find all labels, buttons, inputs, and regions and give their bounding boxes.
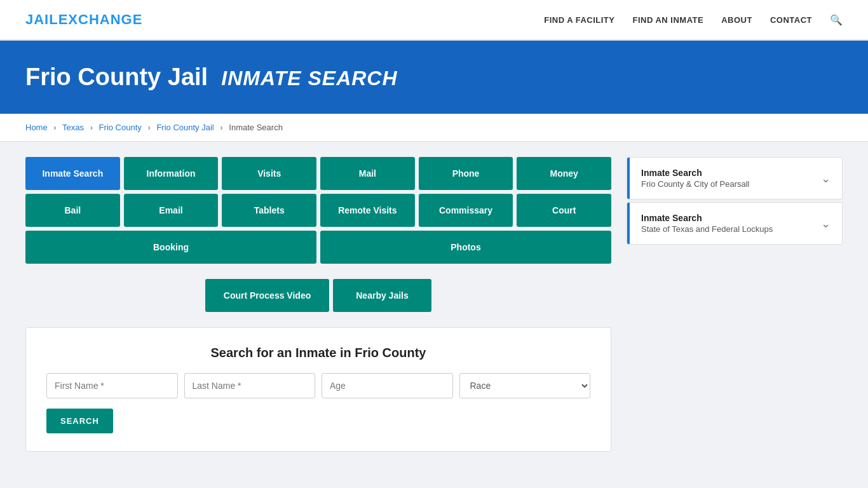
sidebar-card-frio-header[interactable]: Inmate Search Frio County & City of Pear…	[627, 158, 842, 199]
site-header: JAILEXCHANGE FIND A FACILITY FIND AN INM…	[0, 0, 868, 41]
logo-part2: EXCHANGE	[58, 11, 143, 27]
sidebar-card-texas: Inmate Search State of Texas and Federal…	[627, 202, 843, 245]
sidebar-card-frio-subtitle: Frio County & City of Pearsall	[641, 179, 750, 189]
search-fields: Race White Black Hispanic Asian Other	[46, 373, 590, 398]
nav-contact[interactable]: CONTACT	[770, 15, 812, 25]
search-title: Search for an Inmate in Frio County	[46, 346, 590, 360]
btn-tablets[interactable]: Tablets	[222, 194, 316, 227]
breadcrumb: Home › Texas › Frio County › Frio County…	[0, 114, 868, 142]
btn-bail[interactable]: Bail	[25, 194, 120, 227]
page-title-sub: INMATE SEARCH	[221, 67, 397, 90]
btn-email[interactable]: Email	[124, 194, 219, 227]
btn-inmate-search[interactable]: Inmate Search	[25, 157, 120, 190]
site-logo[interactable]: JAILEXCHANGE	[25, 11, 142, 28]
sidebar-card-frio-title: Inmate Search	[641, 168, 750, 178]
main-nav: FIND A FACILITY FIND AN INMATE ABOUT CON…	[544, 14, 843, 26]
page-title-main: Frio County Jail	[25, 64, 208, 90]
btn-booking[interactable]: Booking	[25, 231, 316, 264]
nav-find-inmate[interactable]: FIND AN INMATE	[632, 15, 703, 25]
btn-mail[interactable]: Mail	[320, 157, 415, 190]
sidebar-card-texas-title: Inmate Search	[641, 213, 773, 223]
btn-court[interactable]: Court	[517, 194, 611, 227]
search-box: Search for an Inmate in Frio County Race…	[25, 327, 611, 452]
chevron-down-icon-2: ⌄	[821, 217, 831, 231]
breadcrumb-frio-county-jail[interactable]: Frio County Jail	[156, 123, 214, 132]
left-column: Inmate Search Information Visits Mail Ph…	[25, 157, 611, 462]
page-title: Frio County Jail INMATE SEARCH	[25, 64, 843, 91]
search-icon[interactable]: 🔍	[830, 14, 843, 26]
logo-part1: JAIL	[25, 11, 58, 27]
btn-phone[interactable]: Phone	[419, 157, 513, 190]
right-sidebar: Inmate Search Frio County & City of Pear…	[627, 157, 843, 247]
first-name-input[interactable]	[46, 373, 178, 398]
btn-nearby-jails[interactable]: Nearby Jails	[333, 279, 431, 312]
breadcrumb-inmate-search: Inmate Search	[229, 123, 283, 132]
last-name-input[interactable]	[184, 373, 316, 398]
btn-visits[interactable]: Visits	[222, 157, 316, 190]
breadcrumb-texas[interactable]: Texas	[62, 123, 84, 132]
sidebar-card-texas-subtitle: State of Texas and Federal Lockups	[641, 224, 773, 234]
sidebar-card-frio: Inmate Search Frio County & City of Pear…	[627, 157, 843, 200]
nav-buttons-grid: Inmate Search Information Visits Mail Ph…	[25, 157, 611, 264]
race-select[interactable]: Race White Black Hispanic Asian Other	[459, 373, 591, 398]
breadcrumb-frio-county[interactable]: Frio County	[99, 123, 142, 132]
sidebar-card-texas-header[interactable]: Inmate Search State of Texas and Federal…	[627, 203, 842, 244]
btn-photos[interactable]: Photos	[320, 231, 611, 264]
hero-banner: Frio County Jail INMATE SEARCH	[0, 41, 868, 114]
btn-information[interactable]: Information	[124, 157, 219, 190]
chevron-down-icon: ⌄	[821, 172, 831, 186]
btn-commissary[interactable]: Commissary	[419, 194, 513, 227]
search-button[interactable]: SEARCH	[46, 409, 113, 433]
main-content: Inmate Search Information Visits Mail Ph…	[0, 142, 868, 477]
btn-money[interactable]: Money	[517, 157, 611, 190]
breadcrumb-home[interactable]: Home	[25, 123, 48, 132]
btn-court-process-video[interactable]: Court Process Video	[205, 279, 329, 312]
btn-remote-visits[interactable]: Remote Visits	[320, 194, 415, 227]
nav-about[interactable]: ABOUT	[721, 15, 752, 25]
age-input[interactable]	[322, 373, 453, 398]
nav-find-facility[interactable]: FIND A FACILITY	[544, 15, 614, 25]
